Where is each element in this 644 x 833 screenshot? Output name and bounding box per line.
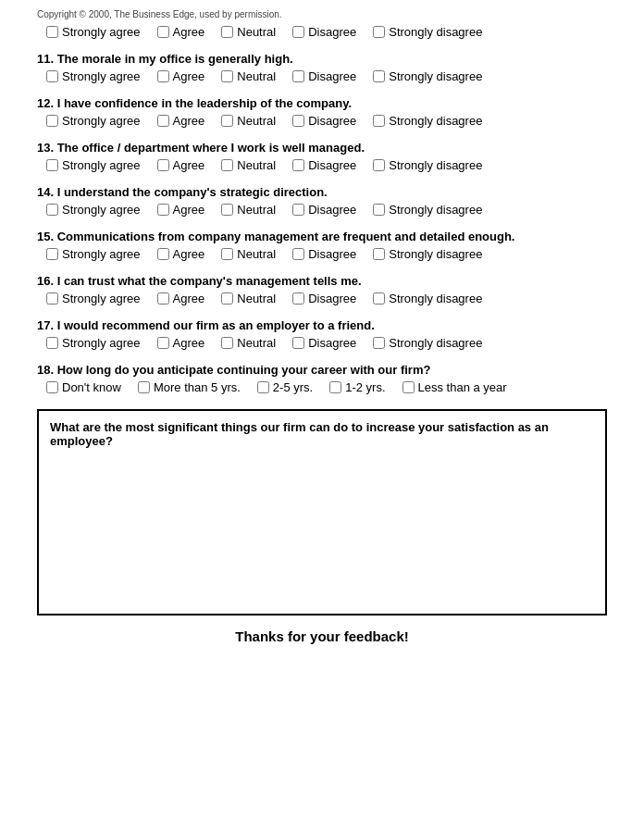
- checkbox-10-disagree[interactable]: [292, 26, 304, 38]
- option-12-strongly-agree[interactable]: Strongly agree: [46, 114, 141, 128]
- checkbox-11-strongly-disagree[interactable]: [373, 70, 385, 82]
- option-17-strongly-disagree[interactable]: Strongly disagree: [373, 336, 482, 350]
- option-17-strongly-agree[interactable]: Strongly agree: [46, 336, 141, 350]
- checkbox-14-disagree[interactable]: [292, 204, 304, 216]
- option-15-strongly-disagree[interactable]: Strongly disagree: [373, 247, 482, 261]
- option-14-neutral[interactable]: Neutral: [221, 203, 276, 217]
- checkbox-13-agree[interactable]: [157, 159, 169, 171]
- option-12-disagree[interactable]: Disagree: [292, 114, 356, 128]
- checkbox-16-strongly-agree[interactable]: [46, 292, 58, 305]
- checkbox-15-strongly-agree[interactable]: [46, 248, 58, 260]
- option-13-strongly-agree[interactable]: Strongly agree: [46, 158, 141, 172]
- question-block-14: 14. I understand the company's strategic…: [37, 185, 607, 217]
- checkbox-17-strongly-agree[interactable]: [46, 337, 58, 349]
- option-10-agree[interactable]: Agree: [157, 25, 205, 39]
- checkbox-17-neutral[interactable]: [221, 337, 233, 349]
- checkbox-13-strongly-disagree[interactable]: [373, 159, 385, 171]
- option-17-disagree[interactable]: Disagree: [292, 336, 356, 350]
- checkbox-12-agree[interactable]: [157, 115, 169, 127]
- checkbox-18-dont-know[interactable]: [46, 381, 58, 393]
- checkbox-16-agree[interactable]: [157, 292, 169, 305]
- option-17-neutral[interactable]: Neutral: [221, 336, 276, 350]
- checkbox-16-disagree[interactable]: [292, 292, 304, 305]
- option-15-agree[interactable]: Agree: [157, 247, 205, 261]
- option-15-neutral[interactable]: Neutral: [221, 247, 276, 261]
- label-13-neutral: Neutral: [237, 158, 276, 172]
- option-18-less-than-year[interactable]: Less than a year: [402, 380, 507, 394]
- option-10-strongly-agree[interactable]: Strongly agree: [46, 25, 141, 39]
- checkbox-18-more-than-5[interactable]: [138, 381, 150, 393]
- option-11-agree[interactable]: Agree: [157, 69, 205, 83]
- checkbox-11-strongly-agree[interactable]: [46, 70, 58, 82]
- checkbox-17-disagree[interactable]: [292, 337, 304, 349]
- option-18-more-than-5[interactable]: More than 5 yrs.: [138, 380, 241, 394]
- option-16-strongly-disagree[interactable]: Strongly disagree: [373, 292, 482, 305]
- checkbox-12-neutral[interactable]: [221, 115, 233, 127]
- checkbox-17-strongly-disagree[interactable]: [373, 337, 385, 349]
- option-14-agree[interactable]: Agree: [157, 203, 205, 217]
- option-11-disagree[interactable]: Disagree: [292, 69, 356, 83]
- checkbox-11-neutral[interactable]: [221, 70, 233, 82]
- checkbox-18-less-than-year[interactable]: [402, 381, 415, 393]
- checkbox-15-agree[interactable]: [157, 248, 169, 260]
- label-15-strongly-disagree: Strongly disagree: [389, 247, 482, 261]
- option-16-agree[interactable]: Agree: [157, 292, 205, 305]
- checkbox-17-agree[interactable]: [157, 337, 169, 349]
- option-12-agree[interactable]: Agree: [157, 114, 205, 128]
- label-14-agree: Agree: [173, 203, 205, 217]
- checkbox-13-neutral[interactable]: [221, 159, 233, 171]
- option-11-strongly-agree[interactable]: Strongly agree: [46, 69, 141, 83]
- checkbox-14-agree[interactable]: [157, 204, 169, 216]
- option-13-neutral[interactable]: Neutral: [221, 158, 276, 172]
- option-13-strongly-disagree[interactable]: Strongly disagree: [373, 158, 482, 172]
- checkbox-10-neutral[interactable]: [221, 26, 233, 38]
- option-11-strongly-disagree[interactable]: Strongly disagree: [373, 69, 482, 83]
- checkbox-10-agree[interactable]: [157, 26, 169, 38]
- checkbox-15-strongly-disagree[interactable]: [373, 248, 385, 260]
- option-13-agree[interactable]: Agree: [157, 158, 205, 172]
- option-14-strongly-agree[interactable]: Strongly agree: [46, 203, 141, 217]
- option-16-neutral[interactable]: Neutral: [221, 292, 276, 305]
- question-label-11: 11. The morale in my office is generally…: [37, 52, 607, 66]
- label-17-agree: Agree: [173, 336, 205, 350]
- option-10-disagree[interactable]: Disagree: [292, 25, 356, 39]
- checkbox-18-1-2[interactable]: [329, 381, 341, 393]
- checkbox-10-strongly-agree[interactable]: [46, 26, 58, 38]
- option-18-dont-know[interactable]: Don't know: [46, 380, 121, 394]
- option-12-neutral[interactable]: Neutral: [221, 114, 276, 128]
- option-10-neutral[interactable]: Neutral: [221, 25, 276, 39]
- open-question-textarea[interactable]: [50, 454, 594, 602]
- checkbox-12-strongly-agree[interactable]: [46, 115, 58, 127]
- option-17-agree[interactable]: Agree: [157, 336, 205, 350]
- option-10-strongly-disagree[interactable]: Strongly disagree: [373, 25, 482, 39]
- option-12-strongly-disagree[interactable]: Strongly disagree: [373, 114, 482, 128]
- checkbox-11-disagree[interactable]: [292, 70, 304, 82]
- checkbox-14-neutral[interactable]: [221, 204, 233, 216]
- option-16-strongly-agree[interactable]: Strongly agree: [46, 292, 141, 305]
- options-row-14: Strongly agree Agree Neutral Disagree St…: [46, 203, 607, 217]
- checkbox-13-disagree[interactable]: [292, 159, 304, 171]
- checkbox-14-strongly-disagree[interactable]: [373, 204, 385, 216]
- checkbox-11-agree[interactable]: [157, 70, 169, 82]
- option-14-strongly-disagree[interactable]: Strongly disagree: [373, 203, 482, 217]
- option-15-strongly-agree[interactable]: Strongly agree: [46, 247, 141, 261]
- option-18-2-5[interactable]: 2-5 yrs.: [257, 380, 313, 394]
- option-11-neutral[interactable]: Neutral: [221, 69, 276, 83]
- checkbox-12-disagree[interactable]: [292, 115, 304, 127]
- checkbox-15-disagree[interactable]: [292, 248, 304, 260]
- checkbox-13-strongly-agree[interactable]: [46, 159, 58, 171]
- option-16-disagree[interactable]: Disagree: [292, 292, 356, 305]
- checkbox-18-2-5[interactable]: [257, 381, 269, 393]
- question-label-17: 17. I would recommend our firm as an emp…: [37, 318, 607, 332]
- option-18-1-2[interactable]: 1-2 yrs.: [329, 380, 385, 394]
- checkbox-15-neutral[interactable]: [221, 248, 233, 260]
- checkbox-14-strongly-agree[interactable]: [46, 204, 58, 216]
- option-14-disagree[interactable]: Disagree: [292, 203, 356, 217]
- label-12-strongly-agree: Strongly agree: [62, 114, 141, 128]
- checkbox-16-strongly-disagree[interactable]: [373, 292, 385, 305]
- checkbox-12-strongly-disagree[interactable]: [373, 115, 385, 127]
- checkbox-16-neutral[interactable]: [221, 292, 233, 305]
- option-13-disagree[interactable]: Disagree: [292, 158, 356, 172]
- checkbox-10-strongly-disagree[interactable]: [373, 26, 385, 38]
- option-15-disagree[interactable]: Disagree: [292, 247, 356, 261]
